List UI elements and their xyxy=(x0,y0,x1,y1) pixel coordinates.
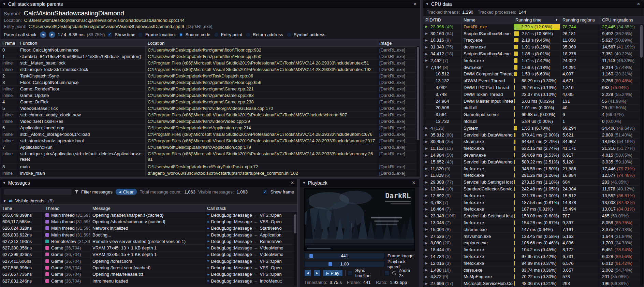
cpu-row[interactable]: ▶12,016 (3)firefox.exe84.89 ms (0.37%)6,… xyxy=(423,260,644,267)
message-row[interactable]: 627,313,190nsRemoteView (31,392)Remote v… xyxy=(0,238,297,245)
expand-icon[interactable]: ▶ xyxy=(4,199,6,202)
callstack-row[interactable]: 6Application::InnerLoopC:\Users\wolf\Des… xyxy=(0,125,420,131)
collapse-icon[interactable]: ▼ xyxy=(426,2,429,6)
expander-icon[interactable]: ▶ xyxy=(425,126,430,130)
callstack-row[interactable]: inlineinvoke_maind:\agent\_work\63\s\src… xyxy=(0,170,420,176)
cpu-row[interactable]: ▶34,412 (18)ScriptedSandbox64.exe1.85 s … xyxy=(423,51,644,57)
cpu-row[interactable]: ▶4,768 (7)firefox.exe187.54 ms (0.81%)14… xyxy=(423,199,644,206)
expander-icon[interactable]: ▶ xyxy=(425,32,430,35)
show-frame-checkbox[interactable]: ✓ xyxy=(263,189,268,195)
frame-image-slider[interactable]: 441 xyxy=(304,253,385,259)
clear-button[interactable]: ◀Clear xyxy=(115,188,137,195)
message-row[interactable]: 626,024,328nsMain thread (31,596)Network… xyxy=(0,225,297,232)
callstack-row[interactable]: inlinestd::unique_lock<std::mutex>::lock… xyxy=(0,66,420,73)
callstack-row[interactable]: inlineGame::UpdateC:\Users\wolf\Desktop\… xyxy=(0,92,420,99)
cpu-row[interactable]: ▶29,388 (77)ServiceHub.SettingsHost273.1… xyxy=(423,179,644,186)
cpu-row[interactable]: ▶8,080 (20)explorer.exe105.66 ms (0.46%)… xyxy=(423,240,644,247)
column-header-pid-tid[interactable]: PID/TID xyxy=(423,16,462,23)
expander-icon[interactable]: ▶ xyxy=(425,181,430,184)
collapse-icon[interactable]: ▼ xyxy=(3,2,6,6)
cpu-row[interactable]: ▶14,784 (5)firefox.exe97.95 ms (0.42%)6,… xyxy=(423,253,644,260)
cpu-row[interactable]: ▶13,044 (10)StandardCollector.Servic242.… xyxy=(423,186,644,192)
expander-icon[interactable]: ▼ xyxy=(425,66,430,69)
expander-icon[interactable]: ▶ xyxy=(425,25,430,28)
cpu-row[interactable]: ▶14,984 (50)devenv.exe584.69 ms (2.53%)6… xyxy=(423,152,644,159)
cpu-row[interactable]: 3,564GameInput server69.68 us (0.00%)64 … xyxy=(423,111,644,118)
frame-prev-button[interactable]: ◀ xyxy=(304,270,311,276)
close-button[interactable]: × xyxy=(636,1,641,7)
cpu-row[interactable]: ▶4,872 (9)MsMpEng.exe70.22 ms (0.30%)573… xyxy=(423,273,644,280)
close-button[interactable]: × xyxy=(412,1,418,7)
message-row[interactable]: 606,117,568nsMain thread (31,596)Opening… xyxy=(0,218,297,225)
expander-icon[interactable]: ▶ xyxy=(425,268,430,272)
column-header-cpu-migrations[interactable]: CPU migrations xyxy=(600,16,644,23)
cpu-row[interactable]: 4,092DWM LPC Port Thread29.16 ms (0.13%)… xyxy=(423,84,644,91)
callstack-row[interactable]: 0Floor::CalcLightNoLuminanceC:\Users\wol… xyxy=(0,47,420,53)
playback-speed-slider[interactable]: 1.00 xyxy=(304,261,385,267)
cpu-row[interactable]: 10,512DWM Compositor Thread1.53 s (6.63%… xyxy=(423,71,644,78)
cpu-titlebar[interactable]: ▼ CPU data × xyxy=(423,0,644,8)
cpu-row[interactable]: ▶4 (126)System1.55 s (6.70%)69,29434,400… xyxy=(423,125,644,132)
cpu-row[interactable]: 20,508ntdll.dll1.01 ms (0.00%)4025 (62.5… xyxy=(423,105,644,112)
cpu-row[interactable]: ▶16,464 (7)firefox.exe187 ms (0.81%)15,4… xyxy=(423,206,644,213)
cpu-row[interactable]: ▶30,160 (84)ScriptedSandbox64.exe2.51 s … xyxy=(423,30,644,37)
cpu-row[interactable]: 3,748DWM Token Thread23.37 ms (0.10%)4,0… xyxy=(423,91,644,98)
callstack-row[interactable]: 7Application::RunC:\Users\wolf\Desktop\d… xyxy=(0,144,420,150)
cpu-row[interactable]: ▶23,348 (106)ServiceHub.SettingsHost158.… xyxy=(423,213,644,219)
frame-location-radio-source-code[interactable]: Source code xyxy=(178,32,210,37)
cpu-row[interactable]: ▶31,340 (75)devenv.exe1.91 s (8.26%)35,3… xyxy=(423,44,644,51)
cpu-row[interactable]: ▶12,692 (9)firefox.exe231.76 ms (1.00%)1… xyxy=(423,192,644,199)
scrollbar-thumb[interactable] xyxy=(640,25,643,58)
show-time-checkbox[interactable]: ✓ xyxy=(107,32,112,37)
expander-icon[interactable]: ▶ xyxy=(425,255,430,258)
expander-icon[interactable]: ▶ xyxy=(425,261,430,265)
callstack-titlebar[interactable]: ▼ Call stack sample parents × xyxy=(0,0,420,8)
messages-titlebar[interactable]: ▼ Messages × xyxy=(0,179,297,187)
column-header-running-time[interactable]: Running time▼ xyxy=(513,16,560,23)
expander-icon[interactable]: ▶ xyxy=(425,147,430,150)
frame-location-radio-return-address[interactable]: Return address xyxy=(246,32,283,37)
playback-titlebar[interactable]: ▼ Playback × xyxy=(300,179,419,187)
callstack-row[interactable]: inlinestd::chrono::steady_clock::nowC:\P… xyxy=(0,112,420,118)
cpu-row[interactable]: ▶1,488 (10)csrss.exe83.74 ms (0.36%)3,65… xyxy=(423,267,644,274)
callstack-row[interactable]: 5VideoGLBase::TickC:\Users\wolf\Desktop\… xyxy=(0,105,420,112)
sync-timeline-checkbox[interactable] xyxy=(348,271,353,276)
expander-icon[interactable]: ▶ xyxy=(425,228,430,231)
callstack-scrollbar[interactable] xyxy=(416,46,420,176)
expander-icon[interactable]: ▶ xyxy=(425,275,430,278)
cpu-row[interactable]: ▶22,396 (49)DarkRL.exe2.79 s (12.06%)78,… xyxy=(423,24,644,30)
callstack-row[interactable]: inlinestd::unique_ptr<Application,std::d… xyxy=(0,150,420,163)
expander-icon[interactable]: ▶ xyxy=(425,52,430,56)
callstack-row[interactable]: 3Floor::CalcLightNoLuminanceC:\Users\wol… xyxy=(0,79,420,86)
close-button[interactable]: × xyxy=(290,180,295,186)
cpu-row[interactable]: 13,132uDWM Event Thread68.29 ms (0.30%)4… xyxy=(423,77,644,84)
expander-icon[interactable]: ▶ xyxy=(425,201,430,204)
expander-icon[interactable]: ▶ xyxy=(425,207,430,211)
column-header-name[interactable]: Name xyxy=(462,16,513,23)
expander-icon[interactable]: ▶ xyxy=(425,133,430,137)
cpu-row[interactable]: 24,964DWM Master Input Threa5.03 ms (0.0… xyxy=(423,98,644,105)
message-row[interactable]: 626,833,622nsMain thread (31,596)Booting… xyxy=(0,232,297,238)
cpu-row[interactable]: ▶27,536 (7)msvsmon.exe133.45 ms (0.58%)5… xyxy=(423,233,644,240)
cpu-row[interactable]: ▶35,812 (88)ServiceHub.DataWarehou670.41… xyxy=(423,132,644,139)
cpu-row[interactable]: ▶15,652 (43)ServiceHub.DataWarehou580.22… xyxy=(423,159,644,166)
collapse-icon[interactable]: ▼ xyxy=(3,181,6,185)
expander-icon[interactable]: ▶ xyxy=(425,234,430,238)
cpu-row[interactable]: ▶30,456 (25)steam.exe643.61 ms (2.79%)34… xyxy=(423,139,644,145)
expander-icon[interactable]: ▶ xyxy=(425,174,430,177)
cpu-row[interactable]: 13,732ntdll.dll5.84 us (0.00%)10 (0.00%) xyxy=(423,118,644,125)
message-row[interactable]: 627,380,356nsGame (36,704)VRAM 37x45: 13… xyxy=(0,245,297,251)
cpu-row[interactable]: ▶15,004 (8)chrome.exe147 ms (0.64%)7,161… xyxy=(423,226,644,233)
frame-location-radio-symbol-address[interactable]: Symbol address xyxy=(287,32,325,37)
cpu-row[interactable]: ▶13,048 (7)firefox.exe154.28 ms (0.67%)9… xyxy=(423,219,644,226)
cpu-scrollbar[interactable] xyxy=(640,24,643,286)
cpu-row[interactable]: ▶27,696 (17)Microsoft.ServiceHub.Co48.06… xyxy=(423,280,644,287)
collapse-icon[interactable]: ▼ xyxy=(303,181,306,185)
callstack-row[interactable]: inlinestd::_Mutex_base::lockC:\Program F… xyxy=(0,60,420,66)
expander-icon[interactable]: ▶ xyxy=(425,221,430,225)
cpu-row[interactable]: ▶10,316 (9)Tracy.exe2.18 s (9.45%)11,058… xyxy=(423,37,644,44)
callstack-row[interactable]: inlineVideo::GetTicksHiResC:\Users\wolf\… xyxy=(0,118,420,125)
cpu-row[interactable]: ▼7,144 (8)dwm.exe1.66 s (7.18%)14,2918,2… xyxy=(423,64,644,71)
message-row[interactable]: 627,558,996nsGame (36,704)Opening /fores… xyxy=(0,264,297,271)
message-row[interactable]: 627,411,606nsGame (36,704)Opening /fores… xyxy=(0,258,297,264)
